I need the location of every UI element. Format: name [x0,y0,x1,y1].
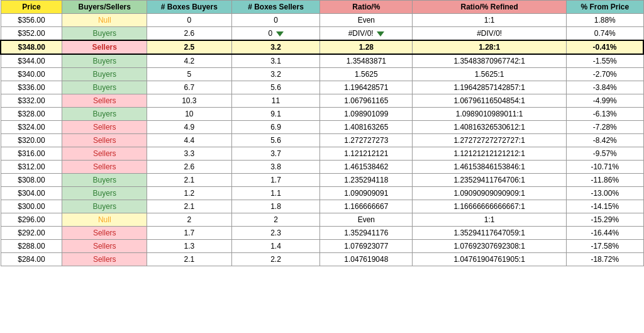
pct-from-price-cell: -18.72% [567,253,643,266]
boxes-sellers-cell: 3.2 [231,68,320,81]
boxes-sellers-cell: 1.1 [231,187,320,200]
table-row: $312.00Sellers2.63.81.4615384621.4615384… [1,161,643,174]
boxes-sellers-cell: 2.2 [231,253,320,266]
table-row: $336.00Buyers6.75.61.1964285711.19642857… [1,81,643,94]
boxes-buyers-cell: 2.6 [147,161,232,174]
pct-from-price-cell: -17.58% [567,240,643,253]
price-cell: $288.00 [1,240,62,253]
header-ratio: Ratio/% [320,1,413,14]
boxes-buyers-cell: 6.7 [147,81,232,94]
price-cell: $312.00 [1,161,62,174]
price-cell: $304.00 [1,187,62,200]
boxes-sellers-cell: 5.6 [231,81,320,94]
ratio-refined-cell: 1.5625:1 [413,68,567,81]
table-row: $300.00Buyers2.11.81.1666666671.16666666… [1,200,643,213]
table-row: $288.00Sellers1.31.41.0769230771.0769230… [1,240,643,253]
price-cell: $348.00 [1,40,62,54]
buyers-sellers-cell: Null [62,213,147,227]
ratio-cell: 1.28 [320,40,413,54]
ratio-cell: 1.090909091 [320,187,413,200]
pct-from-price-cell: -7.28% [567,121,643,134]
buyers-sellers-cell: Sellers [62,134,147,147]
pct-from-price-cell: -0.41% [567,40,643,54]
price-table: Price Buyers/Sellers # Boxes Buyers # Bo… [0,0,644,266]
boxes-sellers-cell: 1.7 [231,174,320,187]
ratio-cell: 1.067961165 [320,94,413,108]
boxes-sellers-cell: 3.2 [231,40,320,54]
price-cell: $356.00 [1,14,62,27]
price-cell: $292.00 [1,227,62,240]
pct-from-price-cell: -8.42% [567,134,643,147]
boxes-buyers-cell: 2.5 [147,40,232,54]
buyers-sellers-cell: Buyers [62,54,147,68]
buyers-sellers-cell: Buyers [62,174,147,187]
pct-from-price-cell: -16.44% [567,227,643,240]
ratio-refined-cell: 1.0989010989011:1 [413,108,567,121]
buyers-sellers-cell: Sellers [62,147,147,161]
boxes-buyers-cell: 1.7 [147,227,232,240]
price-cell: $336.00 [1,81,62,94]
price-cell: $352.00 [1,27,62,41]
pct-from-price-cell: -1.55% [567,54,643,68]
boxes-buyers-cell: 4.9 [147,121,232,134]
buyers-sellers-cell: Buyers [62,187,147,200]
table-row: $352.00Buyers2.60 #DIV/0! #DIV/0!0.74% [1,27,643,41]
table-row: $328.00Buyers109.11.0989010991.098901098… [1,108,643,121]
price-cell: $324.00 [1,121,62,134]
header-buyers-sellers: Buyers/Sellers [62,1,147,14]
ratio-cell: 1.235294118 [320,174,413,187]
ratio-refined-cell: 1.04761904761905:1 [413,253,567,266]
table-row: $296.00Null22Even1:1-15.29% [1,213,643,227]
ratio-refined-cell: 1.40816326530612:1 [413,121,567,134]
boxes-sellers-cell: 3.7 [231,147,320,161]
ratio-refined-cell: 1.28:1 [413,40,567,54]
table-row: $348.00Sellers2.53.21.281.28:1-0.41% [1,40,643,54]
boxes-sellers-cell: 0 [231,14,320,27]
ratio-refined-cell: 1.35294117647059:1 [413,227,567,240]
ratio-cell: 1.076923077 [320,240,413,253]
pct-from-price-cell: -14.15% [567,200,643,213]
boxes-buyers-cell: 2.1 [147,174,232,187]
header-boxes-buyers: # Boxes Buyers [147,1,232,14]
pct-from-price-cell: -3.84% [567,81,643,94]
header-ratio-refined: Ratio/% Refined [413,1,567,14]
ratio-refined-cell: 1.06796116504854:1 [413,94,567,108]
boxes-sellers-cell: 3.1 [231,54,320,68]
boxes-sellers-cell: 0 [231,27,320,41]
boxes-sellers-cell: 3.8 [231,161,320,174]
boxes-sellers-cell: 1.4 [231,240,320,253]
ratio-cell: Even [320,213,413,227]
buyers-sellers-cell: Sellers [62,240,147,253]
boxes-buyers-cell: 2.6 [147,27,232,41]
ratio-cell: 1.352941176 [320,227,413,240]
ratio-refined-cell: 1.35483870967742:1 [413,54,567,68]
boxes-sellers-cell: 11 [231,94,320,108]
buyers-sellers-cell: Sellers [62,253,147,266]
boxes-sellers-cell: 1.8 [231,200,320,213]
price-cell: $332.00 [1,94,62,108]
boxes-sellers-cell: 2 [231,213,320,227]
ratio-cell: Even [320,14,413,27]
price-cell: $300.00 [1,200,62,213]
table-row: $332.00Sellers10.3111.0679611651.0679611… [1,94,643,108]
pct-from-price-cell: -2.70% [567,68,643,81]
buyers-sellers-cell: Buyers [62,81,147,94]
boxes-sellers-cell: 5.6 [231,134,320,147]
ratio-refined-cell: 1.09090909090909:1 [413,187,567,200]
ratio-refined-cell: #DIV/0! [413,27,567,41]
pct-from-price-cell: -13.00% [567,187,643,200]
ratio-cell: 1.166666667 [320,200,413,213]
header-pct-from-price: % From Price [567,1,643,14]
boxes-sellers-cell: 6.9 [231,121,320,134]
price-cell: $340.00 [1,68,62,81]
ratio-cell: 1.047619048 [320,253,413,266]
price-cell: $328.00 [1,108,62,121]
boxes-buyers-cell: 3.3 [147,147,232,161]
ratio-refined-cell: 1.19642857142857:1 [413,81,567,94]
buyers-sellers-cell: Sellers [62,40,147,54]
pct-from-price-cell: -4.99% [567,94,643,108]
boxes-buyers-cell: 1.2 [147,187,232,200]
boxes-sellers-cell: 9.1 [231,108,320,121]
down-arrow-icon [276,31,284,37]
boxes-buyers-cell: 4.4 [147,134,232,147]
